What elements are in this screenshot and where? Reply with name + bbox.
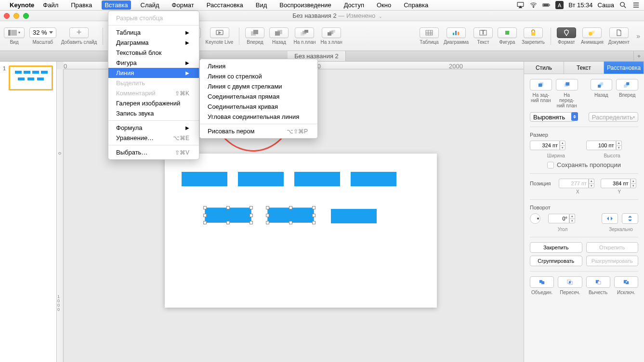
width-input[interactable] bbox=[530, 141, 560, 150]
inspector-tab-text[interactable]: Текст bbox=[564, 62, 604, 74]
toolbar-overflow-icon[interactable]: » bbox=[636, 32, 640, 40]
document-button[interactable] bbox=[609, 27, 629, 38]
text-button[interactable]: T bbox=[473, 27, 493, 38]
y-stepper[interactable]: ▴▾ bbox=[631, 179, 636, 188]
menu-item-shape[interactable]: Фигура▶ bbox=[108, 58, 199, 68]
send-backward-button[interactable] bbox=[591, 79, 613, 90]
animation-button[interactable] bbox=[582, 27, 602, 38]
table-button[interactable] bbox=[420, 27, 439, 38]
menu-file[interactable]: Файл bbox=[40, 0, 61, 10]
shape-rect[interactable] bbox=[182, 172, 227, 186]
shape-rect[interactable] bbox=[238, 172, 284, 186]
chart-button[interactable] bbox=[447, 27, 466, 38]
height-input[interactable] bbox=[586, 141, 616, 150]
menu-item-line[interactable]: Линия▶ bbox=[108, 68, 199, 78]
shape-rect[interactable] bbox=[294, 172, 340, 186]
submenu-conn-straight[interactable]: Соединительная прямая bbox=[200, 91, 317, 102]
inspector-tab-arrange[interactable]: Расстановка bbox=[604, 62, 644, 74]
menu-insert[interactable]: Вставка bbox=[102, 0, 131, 10]
input-source-icon[interactable]: А bbox=[555, 1, 564, 9]
height-stepper[interactable]: ▴▾ bbox=[616, 141, 622, 150]
lock-button-insp[interactable]: Закрепить bbox=[530, 242, 582, 253]
y-input[interactable] bbox=[601, 179, 631, 188]
to-back-button[interactable] bbox=[322, 27, 341, 38]
align-select[interactable]: Выровнять bbox=[530, 112, 575, 122]
menu-format[interactable]: Формат bbox=[169, 0, 197, 10]
slide-thumbnail[interactable] bbox=[9, 65, 53, 90]
exclude-button[interactable] bbox=[614, 276, 638, 288]
shape-rect[interactable] bbox=[351, 172, 396, 186]
menu-arrange[interactable]: Расстановка bbox=[204, 0, 246, 10]
submenu-conn-angle[interactable]: Угловая соединительная линия bbox=[200, 112, 317, 122]
menu-view[interactable]: Вид bbox=[253, 0, 270, 10]
intersect-button[interactable] bbox=[558, 276, 582, 288]
unlock-button-insp[interactable]: Открепить bbox=[586, 242, 639, 253]
menu-edit[interactable]: Правка bbox=[68, 0, 95, 10]
shape-rect-selected[interactable] bbox=[205, 208, 251, 222]
submenu-line-arrow[interactable]: Линия со стрелкой bbox=[200, 71, 317, 81]
menu-item-textblock[interactable]: Текстовый блок bbox=[108, 48, 199, 58]
close-button[interactable] bbox=[4, 13, 10, 19]
subtract-button[interactable] bbox=[586, 276, 610, 288]
shape-button[interactable] bbox=[498, 27, 517, 38]
menu-slide[interactable]: Слайд bbox=[138, 0, 162, 10]
minimize-button[interactable] bbox=[13, 13, 19, 19]
menu-item-formula[interactable]: Формула▶ bbox=[108, 123, 199, 133]
rotation-dial[interactable] bbox=[530, 213, 540, 224]
view-button[interactable]: ▾ bbox=[4, 27, 25, 38]
flip-h-button[interactable] bbox=[602, 213, 618, 224]
spotlight-icon[interactable] bbox=[619, 1, 627, 9]
submenu-line-arrows2[interactable]: Линия с двумя стрелками bbox=[200, 81, 317, 91]
keep-proportions-checkbox[interactable] bbox=[547, 162, 554, 168]
menu-item-chart[interactable]: Диаграмма▶ bbox=[108, 38, 199, 48]
menu-item-record-audio[interactable]: Запись звука bbox=[108, 108, 199, 118]
x-input[interactable] bbox=[559, 179, 589, 188]
shape-rect-selected[interactable] bbox=[268, 208, 314, 222]
slide-canvas[interactable] bbox=[165, 154, 437, 308]
submenu-conn-curve[interactable]: Соединительная кривая bbox=[200, 102, 317, 112]
back-button[interactable] bbox=[269, 27, 289, 38]
clock[interactable]: Вт 15:34 bbox=[568, 1, 592, 9]
submenu-draw-pen[interactable]: Рисовать пером⌥⇧⌘P bbox=[200, 126, 317, 136]
menu-window[interactable]: Окно bbox=[374, 0, 394, 10]
to-front-button[interactable] bbox=[295, 27, 314, 38]
title-chevron-icon[interactable]: ⌄ bbox=[379, 14, 382, 19]
menu-item-gallery[interactable]: Галерея изображений bbox=[108, 98, 199, 108]
zoom-select[interactable]: 32 % bbox=[29, 27, 56, 38]
inspector-tab-style[interactable]: Стиль bbox=[524, 62, 564, 74]
svg-rect-26 bbox=[531, 32, 535, 36]
unite-button[interactable] bbox=[530, 276, 554, 288]
bring-forward-button[interactable] bbox=[616, 79, 638, 90]
menu-share[interactable]: Доступ bbox=[341, 0, 367, 10]
lock-button[interactable] bbox=[524, 27, 543, 38]
x-stepper[interactable]: ▴▾ bbox=[589, 179, 594, 188]
menu-item-choose[interactable]: Выбрать…⇧⌘V bbox=[108, 147, 199, 157]
flip-v-button[interactable] bbox=[622, 213, 638, 224]
add-tab-button[interactable]: + bbox=[633, 51, 644, 61]
user-name[interactable]: Саша bbox=[598, 1, 614, 9]
angle-stepper[interactable]: ▴▾ bbox=[569, 214, 575, 223]
wifi-icon[interactable] bbox=[529, 1, 538, 9]
ungroup-button[interactable]: Разгруппировать bbox=[586, 256, 639, 266]
keynote-live-button[interactable] bbox=[210, 27, 229, 38]
airplay-icon[interactable] bbox=[516, 1, 525, 9]
distribute-select[interactable]: Распределить▾ bbox=[589, 112, 638, 122]
width-stepper[interactable]: ▴▾ bbox=[560, 141, 565, 150]
submenu-line[interactable]: Линия bbox=[200, 61, 317, 71]
app-name[interactable]: Keynote bbox=[10, 1, 34, 9]
bring-to-front-button[interactable] bbox=[556, 79, 578, 90]
format-button[interactable] bbox=[557, 27, 576, 38]
menu-help[interactable]: Справка bbox=[401, 0, 431, 10]
notifications-icon[interactable] bbox=[632, 1, 640, 9]
add-slide-button[interactable]: + bbox=[69, 27, 89, 38]
send-to-back-button[interactable] bbox=[530, 79, 552, 90]
menu-item-table[interactable]: Таблица▶ bbox=[108, 27, 199, 38]
menu-item-equation[interactable]: Уравнение…⌥⌘E bbox=[108, 133, 199, 143]
group-button[interactable]: Сгруппировать bbox=[530, 256, 582, 266]
shape-rect[interactable] bbox=[331, 209, 377, 223]
zoom-button[interactable] bbox=[23, 13, 29, 19]
forward-button[interactable] bbox=[245, 27, 264, 38]
menu-play[interactable]: Воспроизведение bbox=[276, 0, 334, 10]
battery-icon[interactable] bbox=[542, 1, 551, 9]
angle-input[interactable] bbox=[548, 214, 569, 223]
